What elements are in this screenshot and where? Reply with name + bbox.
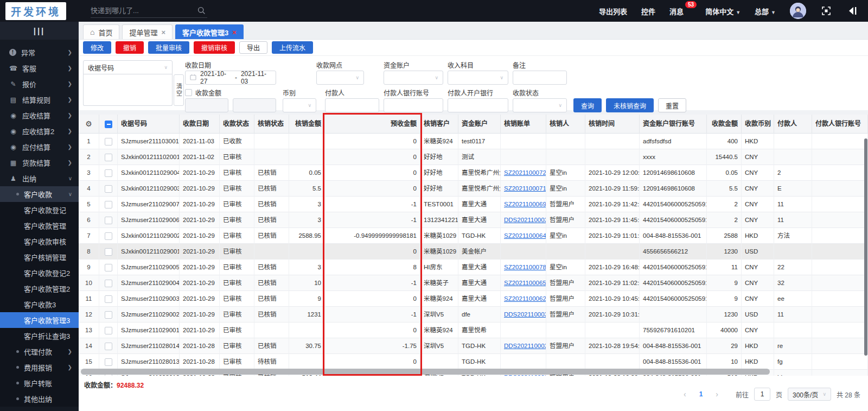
- bill-link[interactable]: SZ2021100062: [504, 295, 546, 302]
- row-checkbox[interactable]: [105, 280, 112, 287]
- topbar-link[interactable]: 消息53: [669, 6, 684, 16]
- currency-select[interactable]: ∨: [283, 98, 316, 112]
- sidebar-item-货款结算[interactable]: ▦货款结算❯: [0, 155, 79, 170]
- table-row[interactable]: 5SJzmuser2110290072021-10-29已审核已核销3-1TES…: [79, 197, 868, 212]
- column-header-customer[interactable]: 核销客户: [420, 115, 458, 134]
- column-header-status[interactable]: 收款状态: [220, 115, 254, 134]
- sidebar-collapse-icon[interactable]: |||: [0, 22, 79, 40]
- row-checkbox[interactable]: [105, 138, 112, 146]
- table-row[interactable]: 12SJzmuser2110290022021-10-29已审核已核销1231-…: [79, 307, 868, 323]
- column-header-advance_amount[interactable]: 预收金额: [325, 115, 420, 134]
- column-header-payer_bank[interactable]: 付款人银行账号: [812, 115, 868, 134]
- bill-link[interactable]: SZ2021100065: [504, 280, 546, 286]
- sidebar-item-客户折让查询3[interactable]: 客户折让查询3: [0, 328, 79, 344]
- select-all-checkbox[interactable]: [105, 121, 112, 128]
- sidebar-item-客户收款3[interactable]: 客户收款3: [0, 296, 79, 312]
- row-checkbox[interactable]: [105, 185, 112, 193]
- global-search-input[interactable]: [91, 7, 195, 15]
- close-icon[interactable]: ×: [232, 28, 237, 36]
- goto-page-input[interactable]: [754, 388, 770, 401]
- remark-input[interactable]: [513, 71, 567, 85]
- sidebar-item-客户收款登记2[interactable]: 客户收款登记2: [0, 265, 79, 281]
- 撤销审核-button[interactable]: 撤销审核: [194, 41, 235, 54]
- column-header-verify_bill[interactable]: 核销账单: [501, 115, 546, 134]
- sidebar-item-出纳[interactable]: ♟出纳∨: [0, 170, 79, 186]
- column-header-bank_account[interactable]: 资金账户银行账号: [640, 115, 707, 134]
- vertical-scrollbar[interactable]: [864, 138, 867, 356]
- row-checkbox[interactable]: [105, 217, 112, 224]
- amount-max-input[interactable]: [233, 98, 276, 112]
- bill-link[interactable]: DDS2021100039: [504, 217, 546, 223]
- column-header-receipt_no[interactable]: 收据号码: [118, 115, 180, 134]
- 上传流水-button[interactable]: 上传流水: [272, 41, 313, 54]
- column-header-fund_account[interactable]: 资金账户: [458, 115, 501, 134]
- sidebar-item-其他出纳[interactable]: 其他出纳: [0, 391, 79, 407]
- sidebar-item-费用报销[interactable]: 费用报销❯: [0, 359, 79, 375]
- column-header-verify_amount[interactable]: 核销金额: [289, 115, 325, 134]
- sidebar-item-应收结算2[interactable]: ◉应收结算2❯: [0, 123, 79, 139]
- sidebar-item-结算规则[interactable]: ▤结算规则❯: [0, 92, 79, 108]
- income-subject-select[interactable]: ∨: [448, 71, 508, 85]
- table-row[interactable]: 6SJzmuser2110290062021-10-29已审核已核销3-1131…: [79, 212, 868, 228]
- sidebar-item-客户收款登记[interactable]: 客户收款登记: [0, 202, 79, 218]
- tab-客户收款管理3[interactable]: 客户收款管理3×: [175, 24, 244, 39]
- receipt-no-textarea[interactable]: [83, 74, 173, 106]
- table-row[interactable]: 7SJxkin0012110290022021-10-29已审核已核销2588.…: [79, 228, 868, 244]
- table-row[interactable]: 14SJzmuser2110280142021-10-28已审核已核销30.75…: [79, 338, 868, 354]
- sidebar-item-客户收款审核[interactable]: 客户收款审核: [0, 233, 79, 249]
- row-checkbox[interactable]: [105, 232, 112, 240]
- table-row[interactable]: 13SJzmuser2110290012021-10-29已审核0米糖英924嘉…: [79, 323, 868, 338]
- row-checkbox[interactable]: [105, 295, 112, 303]
- bill-link[interactable]: SZ2021100071: [504, 185, 546, 192]
- horizontal-scrollbar[interactable]: [81, 369, 770, 375]
- topbar-link[interactable]: 简体中文▼: [705, 6, 741, 16]
- topbar-link[interactable]: 导出列表: [599, 6, 627, 16]
- column-header-verifier[interactable]: 核销人: [546, 115, 585, 134]
- collapse-panel-icon[interactable]: [846, 5, 858, 17]
- close-icon[interactable]: ×: [162, 28, 166, 36]
- payer-bank-input[interactable]: [448, 98, 508, 112]
- 批量审核-button[interactable]: 批量审核: [148, 41, 189, 54]
- row-checkbox[interactable]: [105, 311, 112, 319]
- bill-link[interactable]: SZ2021100072: [504, 169, 546, 176]
- bill-link[interactable]: DDS2021100036: [504, 343, 546, 349]
- gear-icon[interactable]: ⚙: [85, 119, 92, 128]
- row-checkbox[interactable]: [105, 327, 112, 334]
- fullscreen-icon[interactable]: [820, 5, 832, 17]
- bill-link[interactable]: SZ2021100064: [504, 232, 546, 239]
- column-header-verify_time[interactable]: 核销时间: [585, 115, 640, 134]
- column-header-verify_status[interactable]: 核销状态: [254, 115, 289, 134]
- amount-checkbox[interactable]: [185, 89, 192, 96]
- next-page-icon[interactable]: ›: [711, 390, 723, 399]
- column-header-amount[interactable]: 收款金额: [707, 115, 742, 134]
- current-page[interactable]: 1: [696, 390, 706, 398]
- sidebar-item-客服[interactable]: ☎客服❯: [0, 60, 79, 76]
- tab-首页[interactable]: ⌂首页: [83, 24, 119, 39]
- column-header-date[interactable]: 收款日期: [180, 115, 220, 134]
- 导出-button[interactable]: 导出: [239, 41, 267, 54]
- row-checkbox[interactable]: [105, 201, 112, 208]
- page-size-select[interactable]: 300条/页 ∨: [788, 388, 831, 401]
- row-checkbox[interactable]: [105, 154, 112, 161]
- sidebar-item-客户收款管理[interactable]: 客户收款管理: [0, 218, 79, 233]
- sidebar-item-异常[interactable]: !异常❯: [0, 45, 79, 60]
- sidebar-item-客户收款[interactable]: 客户收款∨: [0, 186, 79, 202]
- payer-bank-no-input[interactable]: [384, 98, 443, 112]
- date-range-input[interactable]: 2021-10-27 - 2021-11-03: [185, 71, 276, 85]
- table-row[interactable]: 2SJxkin0012111020012021-11-02已审核0好好地测试xx…: [79, 149, 868, 165]
- row-checkbox[interactable]: [105, 358, 112, 366]
- prev-page-icon[interactable]: ‹: [679, 390, 691, 399]
- outlet-select[interactable]: ∨: [316, 71, 364, 85]
- sidebar-item-代理付款[interactable]: 代理付款❯: [0, 344, 79, 359]
- column-header-currency[interactable]: 收款币别: [742, 115, 774, 134]
- unverified-query-button[interactable]: 未核销查询: [606, 98, 654, 112]
- receipt-no-select[interactable]: 收据号码 ∨: [83, 60, 173, 74]
- column-header-payer[interactable]: 付款人: [774, 115, 812, 134]
- query-button[interactable]: 查询: [573, 98, 602, 112]
- amount-min-input[interactable]: [185, 98, 228, 112]
- fund-account-select[interactable]: ∨: [384, 71, 443, 85]
- sidebar-item-客户收款管理3[interactable]: 客户收款管理3: [0, 312, 79, 328]
- user-avatar[interactable]: [790, 3, 806, 19]
- sidebar-item-客户核销管理[interactable]: 客户核销管理: [0, 249, 79, 265]
- topbar-link[interactable]: 控件: [641, 6, 655, 16]
